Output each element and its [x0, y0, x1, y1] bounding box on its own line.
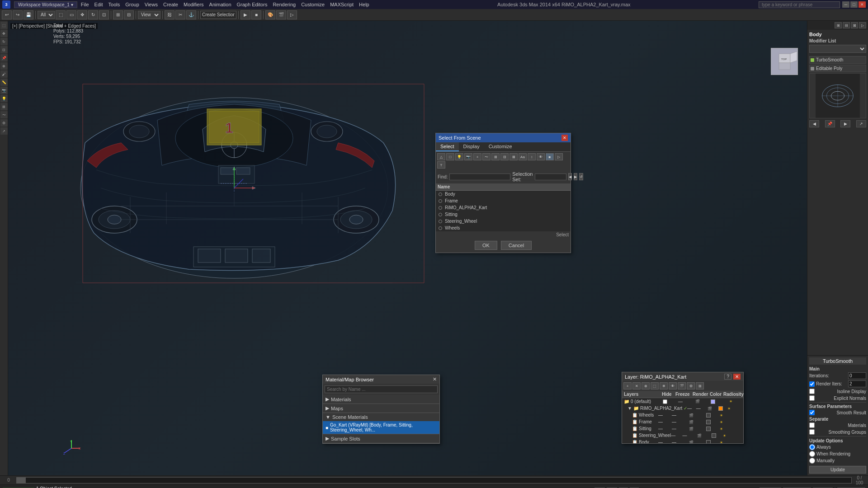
menu-help[interactable]: Help	[359, 2, 369, 7]
sfs-nav-right[interactable]: ▶	[574, 173, 577, 180]
tool-place[interactable]: 📌	[0, 54, 8, 61]
close-button[interactable]: ✕	[859, 1, 866, 8]
mb-go-kart-material[interactable]: ■ Go_Kart (VRayMtl) [Body, Frame, Sittin…	[323, 421, 439, 434]
tool-paint[interactable]: 🖌	[0, 70, 8, 78]
sfs-item-sitting[interactable]: Sitting	[436, 211, 571, 218]
sfs-tool-shapes[interactable]: □	[446, 153, 454, 160]
lp-row-body-color-box[interactable]	[706, 440, 711, 444]
sfs-refresh[interactable]: ↺	[579, 173, 583, 180]
tool-camera[interactable]: 📷	[0, 87, 8, 94]
mod-nav-next[interactable]: ▶	[840, 120, 850, 127]
maximize-button[interactable]: □	[850, 1, 858, 8]
tool-select[interactable]: ⬚	[0, 22, 8, 29]
lp-tool-merge[interactable]: ⊞	[696, 382, 704, 389]
ts-smoothing-groups-checkbox[interactable]	[809, 429, 815, 435]
view-type-select[interactable]: View	[138, 11, 160, 19]
lp-tool-settings[interactable]: ⚙	[687, 382, 695, 389]
toolbar-select-region[interactable]: ▭	[66, 10, 76, 19]
mb-sample-slots-header[interactable]: ▶ Sample Slots	[323, 434, 439, 443]
menu-maxscript[interactable]: MAXScript	[330, 2, 354, 7]
sfs-item-rimo[interactable]: RiMO_ALPHA2_Kart	[436, 204, 571, 211]
global-search-input[interactable]	[759, 1, 840, 8]
menu-modifiers[interactable]: Modifiers	[184, 2, 204, 7]
sfs-tool-all[interactable]: ⊞	[491, 153, 500, 160]
tool-measure[interactable]: 📏	[0, 79, 8, 86]
lp-row-wheels-color[interactable]	[706, 413, 720, 418]
sfs-item-body[interactable]: Body	[436, 191, 571, 197]
sfs-item-steering[interactable]: Steering_Wheel	[436, 218, 571, 225]
toolbar-scale[interactable]: ⊡	[99, 10, 109, 19]
lp-row-sitting-color-box[interactable]	[706, 427, 711, 431]
sfs-tool-display[interactable]: 👁	[537, 153, 545, 160]
mb-materials-header[interactable]: ▶ Materials	[323, 395, 439, 404]
lp-row-body-color[interactable]	[706, 440, 720, 444]
toolbar-select[interactable]: ⬚	[56, 10, 66, 19]
mb-scene-materials-header[interactable]: ▼ Scene Materials	[323, 413, 439, 421]
toolbar-play[interactable]: ▶	[241, 10, 250, 19]
lp-tool-freeze[interactable]: ❄	[660, 382, 668, 389]
modifier-editable-poly[interactable]: Editable Poly	[809, 65, 866, 72]
sfs-tab-display[interactable]: Display	[459, 142, 484, 151]
ts-when-rendering-radio[interactable]	[809, 451, 815, 457]
sfs-tool-color[interactable]: ■	[546, 153, 554, 160]
lp-row-0-color[interactable]	[706, 399, 720, 404]
toolbar-redo[interactable]: ↪	[13, 10, 23, 19]
lp-tool-new[interactable]: +	[623, 382, 632, 389]
sfs-object-list[interactable]: Body Frame RiMO_ALPHA2_Kart Sitting Stee…	[436, 191, 571, 231]
minimize-button[interactable]: ─	[842, 1, 849, 8]
sfs-tool-type[interactable]: T	[437, 161, 445, 169]
mod-nav-prev[interactable]: ◀	[809, 120, 819, 127]
menu-views[interactable]: Views	[145, 2, 158, 7]
sfs-tool-cameras[interactable]: 📷	[464, 153, 472, 160]
sfs-close-button[interactable]: ✕	[561, 135, 568, 141]
toolbar-save[interactable]: 💾	[24, 10, 33, 19]
ts-always-radio[interactable]	[809, 444, 815, 450]
lp-help-button[interactable]: ?	[724, 374, 731, 380]
lp-row-rimo[interactable]: ▼ 📁 RiMO_ALPHA2_Kart ✓ — — 🎬 ☀	[622, 405, 743, 412]
lp-row-steering-color[interactable]	[712, 433, 723, 438]
menu-tools[interactable]: Tools	[108, 2, 120, 7]
rp-btn-4[interactable]: ▷	[859, 22, 866, 28]
lp-tool-hide[interactable]: 👁	[669, 382, 677, 389]
sfs-tool-none[interactable]: ⊟	[500, 153, 509, 160]
object-type-select[interactable]: All	[38, 11, 55, 19]
lp-row-frame-color-box[interactable]	[706, 420, 711, 424]
toolbar-stop[interactable]: ■	[251, 10, 261, 19]
lp-tool-render[interactable]: 🎬	[678, 382, 686, 389]
workspace-button[interactable]: Workspace Workspace_1 ▾	[14, 1, 77, 8]
ts-render-iters-checkbox[interactable]	[809, 381, 815, 387]
navigation-cube[interactable]: TOP	[771, 48, 798, 75]
lp-row-wheels[interactable]: 📋 Wheels — — 🎬 ☀	[622, 412, 743, 418]
lp-row-steering-color-box[interactable]	[712, 433, 716, 438]
sfs-selection-set-input[interactable]	[535, 174, 566, 180]
sfs-tool-sort[interactable]: ↕	[528, 153, 536, 160]
rp-btn-3[interactable]: ⊠	[851, 22, 858, 28]
lp-tool-add[interactable]: ⊕	[642, 382, 650, 389]
rp-btn-1[interactable]: ⊞	[835, 22, 842, 28]
modifier-dropdown[interactable]	[809, 45, 866, 53]
lp-row-0-default[interactable]: 📁 0 (default) — 🎬 ☀	[622, 398, 743, 405]
viewport-3d[interactable]: [+] [Perspective] [Shaded + Edged Faces]…	[8, 21, 807, 475]
sfs-ok-button[interactable]: OK	[475, 241, 497, 250]
menu-create[interactable]: Create	[163, 2, 178, 7]
menu-rendering[interactable]: Rendering	[273, 2, 296, 7]
ts-render-iters-input[interactable]	[848, 380, 866, 387]
mod-nav-expand[interactable]: ↗	[856, 120, 866, 127]
mb-close-button[interactable]: ✕	[433, 376, 437, 382]
toolbar-material-editor[interactable]: 🎨	[265, 10, 275, 19]
lp-row-wheels-color-box[interactable]	[706, 413, 711, 418]
ts-isoline-checkbox[interactable]	[809, 389, 815, 394]
toolbar-link[interactable]: ⛓	[165, 10, 175, 19]
menu-graph-editors[interactable]: Graph Editors	[237, 2, 268, 7]
sfs-tab-select[interactable]: Select	[436, 142, 459, 151]
lp-row-body[interactable]: 📋 Body — — 🎬 ☀	[622, 439, 743, 443]
tool-spacewarp[interactable]: 〜	[0, 111, 8, 118]
tool-move[interactable]: ✥	[0, 30, 8, 37]
lp-close-button[interactable]: ✕	[733, 374, 741, 380]
ts-manually-radio[interactable]	[809, 458, 815, 464]
menu-file[interactable]: File	[81, 2, 89, 7]
lp-row-frame[interactable]: 📋 Frame — — 🎬 ☀	[622, 418, 743, 425]
sfs-item-frame[interactable]: Frame	[436, 197, 571, 204]
sfs-tab-customize[interactable]: Customize	[484, 142, 517, 151]
lp-row-0-color-box[interactable]	[711, 399, 715, 404]
